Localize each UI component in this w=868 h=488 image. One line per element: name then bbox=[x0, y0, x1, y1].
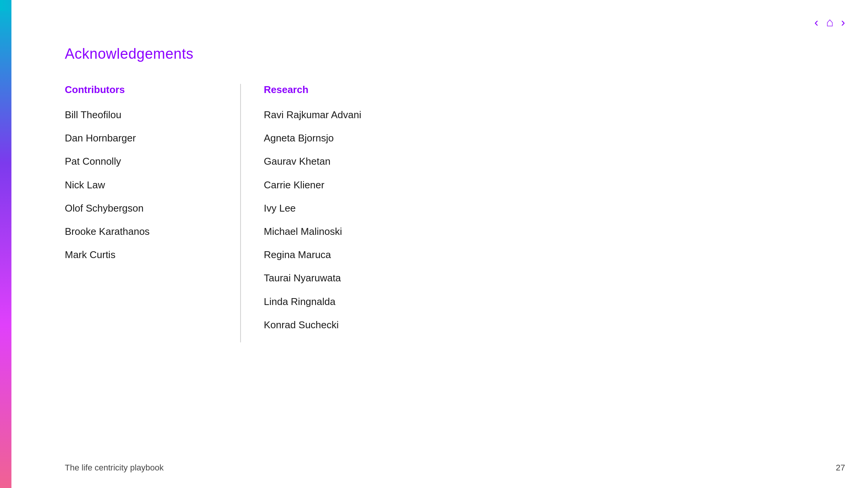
contributors-column: Contributors Bill TheofilouDan Hornbarge… bbox=[65, 84, 217, 342]
research-name: Taurai Nyaruwata bbox=[264, 272, 424, 284]
research-heading: Research bbox=[264, 84, 424, 96]
main-content: ‹ ⌂ › Acknowledgements Contributors Bill… bbox=[11, 0, 868, 488]
research-list: Ravi Rajkumar AdvaniAgneta BjornsjoGaura… bbox=[264, 109, 424, 331]
contributor-name: Bill Theofilou bbox=[65, 109, 202, 121]
contributors-heading: Contributors bbox=[65, 84, 202, 96]
research-name: Gaurav Khetan bbox=[264, 156, 424, 167]
columns-area: Contributors Bill TheofilouDan Hornbarge… bbox=[65, 84, 424, 342]
book-title: The life centricity playbook bbox=[65, 463, 164, 473]
page-number: 27 bbox=[836, 463, 845, 473]
contributor-name: Dan Hornbarger bbox=[65, 132, 202, 144]
left-sidebar bbox=[0, 0, 11, 488]
home-icon[interactable]: ⌂ bbox=[826, 15, 833, 29]
contributor-name: Pat Connolly bbox=[65, 156, 202, 167]
research-name: Regina Maruca bbox=[264, 249, 424, 261]
column-divider bbox=[240, 84, 241, 342]
prev-icon[interactable]: ‹ bbox=[814, 15, 818, 29]
next-icon[interactable]: › bbox=[841, 15, 845, 29]
research-name: Michael Malinoski bbox=[264, 226, 424, 238]
research-column: Research Ravi Rajkumar AdvaniAgneta Bjor… bbox=[264, 84, 424, 342]
contributors-list: Bill TheofilouDan HornbargerPat Connolly… bbox=[65, 109, 202, 261]
contributor-name: Olof Schybergson bbox=[65, 202, 202, 214]
research-name: Agneta Bjornsjo bbox=[264, 132, 424, 144]
research-name: Konrad Suchecki bbox=[264, 319, 424, 331]
research-name: Ravi Rajkumar Advani bbox=[264, 109, 424, 121]
page-title: Acknowledgements bbox=[65, 46, 194, 62]
research-name: Ivy Lee bbox=[264, 202, 424, 214]
nav-icons: ‹ ⌂ › bbox=[814, 15, 845, 29]
footer: The life centricity playbook 27 bbox=[65, 463, 845, 473]
contributor-name: Brooke Karathanos bbox=[65, 226, 202, 238]
research-name: Linda Ringnalda bbox=[264, 296, 424, 308]
research-name: Carrie Kliener bbox=[264, 179, 424, 191]
contributor-name: Mark Curtis bbox=[65, 249, 202, 261]
contributor-name: Nick Law bbox=[65, 179, 202, 191]
